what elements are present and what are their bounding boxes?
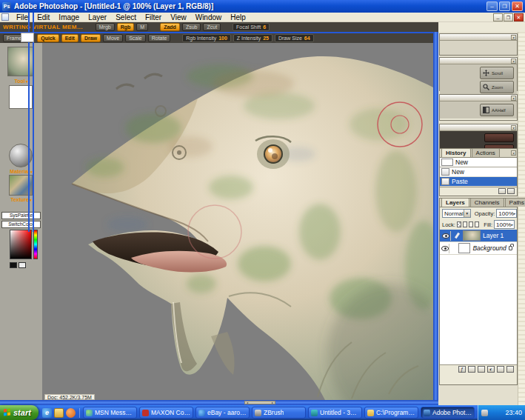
material-palette-label[interactable]: Material: [0, 169, 42, 174]
fill-input[interactable]: 100%: [494, 220, 515, 229]
eye-icon: [442, 233, 449, 239]
mrgb-button[interactable]: Mrgb: [96, 23, 115, 31]
tab-actions[interactable]: Actions: [472, 148, 500, 157]
history-state-row[interactable]: New: [440, 167, 517, 177]
tab-channels[interactable]: Channels: [470, 198, 504, 207]
draw-size-slider[interactable]: Draw Size 64: [275, 34, 314, 42]
lock-transparency-icon[interactable]: [457, 221, 461, 227]
visibility-toggle[interactable]: [441, 244, 449, 253]
maximize-button[interactable]: [499, 1, 510, 11]
menu-help[interactable]: Help: [226, 13, 250, 21]
layer-row-layer1[interactable]: Layer 1: [440, 230, 517, 242]
menu-view[interactable]: View: [166, 13, 191, 21]
task-3dsmax[interactable]: Untitled - 3ds ma...: [308, 407, 362, 419]
lock-pixels-icon[interactable]: [463, 221, 467, 227]
scroll-button[interactable]: Scroll: [480, 67, 514, 79]
folder-icon[interactable]: [54, 408, 64, 418]
secondary-color-swatch[interactable]: [19, 262, 26, 268]
zcut-button[interactable]: Zcut: [203, 23, 221, 31]
close-icon[interactable]: [511, 96, 516, 101]
mdi-minimize-button[interactable]: [493, 13, 503, 21]
primary-color-swatch[interactable]: [10, 262, 17, 268]
media-player-icon[interactable]: [66, 408, 76, 418]
new-snapshot-icon[interactable]: [498, 188, 506, 194]
zoom-button[interactable]: Zoom: [480, 81, 514, 93]
palette-titlebar[interactable]: [440, 124, 517, 131]
close-icon[interactable]: [511, 150, 516, 156]
palette-titlebar[interactable]: [440, 58, 517, 64]
delete-state-icon[interactable]: [507, 188, 515, 194]
palette-titlebar[interactable]: [440, 95, 517, 101]
tab-history[interactable]: History: [441, 148, 471, 157]
tab-layers[interactable]: Layers: [441, 198, 469, 207]
delete-layer-icon[interactable]: [506, 366, 514, 373]
tray-icon[interactable]: [481, 410, 488, 416]
3dsmax-icon: [311, 410, 318, 416]
layer-row-background[interactable]: Background: [440, 242, 517, 255]
task-photoshop[interactable]: Adobe Photoshop...: [421, 407, 475, 419]
menu-window[interactable]: Window: [191, 13, 227, 21]
edit-button[interactable]: Edit: [61, 34, 78, 42]
menu-image[interactable]: Image: [54, 13, 84, 21]
task-maxon[interactable]: MAXON Computer...: [139, 407, 193, 419]
move-button[interactable]: Move: [103, 34, 123, 42]
task-explorer[interactable]: C:\Program Files\...: [364, 407, 418, 419]
opacity-input[interactable]: 100%: [496, 209, 517, 218]
zadd-button[interactable]: Zadd: [160, 23, 180, 31]
focal-shift-slider[interactable]: Focal Shift 6: [233, 23, 270, 31]
layer-mask-icon[interactable]: [468, 366, 475, 373]
menu-filter[interactable]: Filter: [141, 13, 166, 21]
task-zbrush[interactable]: ZBrush: [252, 407, 306, 419]
adjustment-layer-icon[interactable]: ◐: [487, 366, 495, 373]
aahalf-button[interactable]: AAHalf: [480, 104, 514, 116]
task-msn-messenger[interactable]: MSN Messenger: [83, 407, 137, 419]
rotate-button[interactable]: Rotate: [148, 34, 171, 42]
rgb-button[interactable]: Rgb: [117, 23, 135, 31]
close-icon[interactable]: [511, 59, 516, 64]
palette-titlebar[interactable]: [440, 34, 517, 41]
document-icon: [1, 13, 9, 21]
hue-bar[interactable]: [33, 230, 38, 259]
quick-button[interactable]: Quick: [37, 34, 58, 42]
tool-palette-label[interactable]: Tool: [0, 79, 42, 84]
lock-all-icon[interactable]: [475, 221, 479, 227]
close-button[interactable]: [512, 1, 523, 11]
zsub-button[interactable]: Zsub: [182, 23, 201, 31]
switchcolor-button[interactable]: SwitchColor: [1, 221, 41, 228]
menu-select[interactable]: Select: [111, 13, 141, 21]
visibility-toggle[interactable]: [441, 231, 451, 241]
task-ebay[interactable]: eBay - aaron simo...: [195, 407, 250, 419]
layer-set-icon[interactable]: [478, 366, 485, 373]
rgb-intensity-slider[interactable]: Rgb Intensity 100: [182, 34, 231, 42]
canvas-scroll-widget[interactable]: ◂▸: [244, 401, 275, 404]
current-tool-thumbnail[interactable]: [7, 47, 34, 76]
minimize-button[interactable]: [486, 1, 498, 11]
syspalette-button[interactable]: SysPalette: [1, 212, 41, 219]
mdi-restore-button[interactable]: [504, 13, 513, 21]
z-intensity-slider[interactable]: Z Intensity 25: [233, 34, 272, 42]
tab-paths[interactable]: Paths: [505, 198, 525, 207]
close-icon[interactable]: [511, 35, 516, 40]
close-icon[interactable]: [511, 125, 516, 130]
draw-button[interactable]: Draw: [81, 34, 101, 42]
history-snapshot-row[interactable]: New: [440, 158, 517, 167]
dark-tool-button-1[interactable]: [484, 133, 514, 142]
texture-palette-label[interactable]: Texture: [0, 197, 42, 202]
color-picker[interactable]: [10, 230, 32, 259]
history-state-row-selected[interactable]: Paste: [440, 177, 517, 187]
layer-style-icon[interactable]: ƒ: [458, 366, 466, 373]
blend-mode-select[interactable]: Normal: [442, 209, 471, 218]
scale-button[interactable]: Scale: [125, 34, 146, 42]
document-canvas[interactable]: Doc: 452.2K/3.75M: [42, 43, 433, 400]
vertical-scrollbar[interactable]: [518, 32, 525, 405]
menu-edit[interactable]: Edit: [33, 13, 54, 21]
lock-position-icon[interactable]: [469, 221, 473, 227]
internet-explorer-icon[interactable]: [42, 408, 52, 418]
window-titlebar[interactable]: Ps Adobe Photoshop - [Untitled-1 @ 100% …: [0, 0, 525, 13]
mdi-close-button[interactable]: [514, 13, 524, 21]
menu-layer[interactable]: Layer: [84, 13, 111, 21]
new-layer-icon[interactable]: [497, 366, 504, 373]
m-button[interactable]: M: [136, 23, 148, 31]
start-button[interactable]: start: [0, 405, 39, 420]
active-brush-icon: [453, 232, 461, 239]
